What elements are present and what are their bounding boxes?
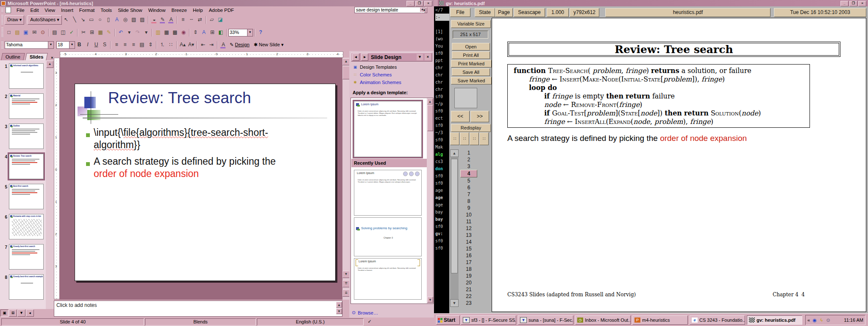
- taskbar-task-1[interactable]: ▼sf3 - [] - F-Secure SS...: [461, 315, 516, 325]
- thumbnail-slide[interactable]: Review: Tree search: [9, 154, 44, 179]
- underline-icon[interactable]: U: [92, 41, 100, 49]
- task-pane-close-icon[interactable]: ×: [425, 54, 431, 60]
- insert-table-icon[interactable]: ▦: [163, 29, 170, 37]
- insert-chart-icon[interactable]: ▥: [154, 29, 162, 37]
- scrollbar-thumb[interactable]: [451, 159, 458, 273]
- previous-slide-icon[interactable]: ⇈: [342, 280, 350, 287]
- toolbar-grip[interactable]: [1, 28, 3, 38]
- normal-view-button[interactable]: ▣: [0, 309, 8, 317]
- gv-page-number-15[interactable]: 15: [460, 245, 477, 252]
- slide[interactable]: Review: Tree search \input{\file{algorit…: [75, 84, 336, 281]
- task-pane-menu-icon[interactable]: ▼: [417, 54, 423, 60]
- powerpoint-titlebar[interactable]: Microsoft PowerPoint - [m4-heuristics] _…: [0, 0, 434, 6]
- taskbar-task-2[interactable]: ▼suna - [suna] - F-Sec...: [518, 315, 573, 325]
- template-recent-1[interactable]: Lorem Ipsum Dolor sit amet consectetuer …: [354, 170, 422, 216]
- thumbnail-slide[interactable]: Romania with step costs in km: [9, 214, 44, 239]
- new-document-icon[interactable]: □: [5, 29, 13, 37]
- select-arrow-icon[interactable]: ↖: [62, 16, 70, 24]
- show-formatting-icon[interactable]: A: [200, 29, 208, 37]
- zoom-combo[interactable]: 33%▼: [228, 29, 253, 37]
- gv-scale-button[interactable]: 1.000: [547, 8, 569, 17]
- line-icon[interactable]: ╲: [71, 16, 78, 24]
- slide-thumbnail-5[interactable]: 5Best-first search: [0, 184, 46, 211]
- picture-icon[interactable]: ▨: [139, 16, 146, 24]
- tables-borders-icon[interactable]: ▩: [171, 29, 179, 37]
- menu-file[interactable]: File: [14, 7, 28, 13]
- scroll-up-icon[interactable]: ▲: [450, 149, 459, 157]
- menu-view[interactable]: View: [42, 7, 58, 13]
- gv-redisplay-button[interactable]: Redisplay: [451, 124, 491, 132]
- tab-slides[interactable]: Slides: [25, 53, 48, 60]
- menu-slide-show[interactable]: Slide Show: [115, 7, 145, 13]
- tab-outline[interactable]: Outline: [1, 53, 25, 60]
- slideshow-view-button[interactable]: ▼: [17, 309, 25, 317]
- menu-breeze[interactable]: Breeze: [169, 7, 190, 13]
- gv-page-number-4[interactable]: 4: [460, 170, 477, 177]
- scroll-down-icon[interactable]: ▼: [336, 308, 342, 314]
- next-slide-icon[interactable]: ⇊: [342, 289, 350, 297]
- back-icon[interactable]: ◂: [352, 53, 359, 61]
- undo-dropdown-icon[interactable]: ▾: [125, 29, 133, 37]
- task-pane-item-color-schemes[interactable]: ∷Color Schemes: [353, 71, 392, 78]
- align-right-icon[interactable]: ≡: [130, 41, 137, 49]
- gv-save-marked-button[interactable]: Save Marked: [451, 77, 492, 84]
- text-box-icon[interactable]: ▯: [105, 16, 112, 24]
- gv-page-number-5[interactable]: 5: [460, 177, 477, 184]
- canvas-scrollbar[interactable]: ▲ ▼ ⇈ ⇊: [342, 58, 349, 300]
- minimize-button[interactable]: _: [840, 1, 849, 6]
- status-language[interactable]: English (U.S.): [257, 318, 364, 326]
- gv-page-locator[interactable]: [454, 88, 477, 108]
- bold-icon[interactable]: B: [75, 41, 83, 49]
- slide-bullet1-text[interactable]: \input{\file{algorithms}{tree-search-sho…: [94, 126, 331, 151]
- gv-state-button[interactable]: State: [475, 8, 495, 17]
- gv-page-number-14[interactable]: 14: [460, 239, 477, 245]
- lightning-tray-icon[interactable]: ϟ: [818, 317, 824, 323]
- slide-thumbnail-3[interactable]: 3Outline: [0, 124, 46, 151]
- 3d-style-icon[interactable]: ◪: [217, 16, 224, 24]
- menu-edit[interactable]: Edit: [28, 7, 42, 13]
- gv-print-marked-button[interactable]: Print Marked: [451, 60, 492, 67]
- gv-page-number-8[interactable]: 8: [460, 198, 477, 205]
- arrow-style-icon[interactable]: ⇄: [196, 16, 204, 24]
- spelling-icon[interactable]: ✓: [68, 29, 75, 37]
- gv-page-number-12[interactable]: 12: [460, 225, 477, 232]
- bullets-icon[interactable]: ∷: [167, 41, 175, 49]
- scroll-down-icon[interactable]: ▼: [450, 299, 459, 307]
- scrollbar-thumb[interactable]: [427, 105, 433, 131]
- scroll-up-icon[interactable]: ▲: [46, 61, 53, 68]
- menu-insert[interactable]: Insert: [58, 7, 76, 13]
- gv-page-number-7[interactable]: 7: [460, 191, 477, 198]
- slide-title-text[interactable]: Review: Tree search: [108, 89, 328, 107]
- line-color-icon[interactable]: ✎: [159, 16, 167, 24]
- thumbnail-slide[interactable]: Greedy best-first search example: [9, 274, 44, 300]
- gv-titlebar[interactable]: gv: heuristics.pdf _ ❐ ×: [438, 0, 868, 6]
- gv-page-number-16[interactable]: 16: [460, 252, 477, 259]
- menu-adobe-pdf[interactable]: Adobe PDF: [206, 7, 237, 13]
- scroll-left-icon[interactable]: ◂: [26, 309, 34, 317]
- text-shadow-icon[interactable]: S: [101, 41, 108, 49]
- xterm-window[interactable]: </7:- [1](woYousf0pptchrchrchrchrsf0~/ps…: [434, 6, 449, 313]
- gv-page-number-21[interactable]: 21: [460, 286, 477, 293]
- template-recent-2[interactable]: Solving problems by searching Chapter 3: [354, 217, 422, 256]
- gv-next-page-button[interactable]: >>: [470, 111, 489, 122]
- scroll-up-icon[interactable]: ▲: [427, 98, 433, 104]
- print-preview-icon[interactable]: ◫: [59, 29, 67, 37]
- wordart-icon[interactable]: A: [113, 16, 121, 24]
- menu-window[interactable]: Window: [145, 7, 169, 13]
- maximize-button[interactable]: ❐: [849, 1, 857, 6]
- gv-mark-toggle-2[interactable]: ∷: [460, 132, 469, 145]
- gv-page-number-23[interactable]: 23: [460, 300, 477, 306]
- gv-print-all-button[interactable]: Print All: [452, 51, 490, 59]
- new-slide-button[interactable]: ✱ New Slide ▾: [252, 41, 286, 49]
- expand-all-icon[interactable]: ⇕: [192, 29, 199, 37]
- cut-icon[interactable]: ✂: [80, 29, 87, 37]
- thumbnails-scrollbar[interactable]: ▲: [46, 60, 54, 309]
- toolbar-grip[interactable]: [1, 7, 3, 13]
- taskbar-task-5[interactable]: eCS 3243 - Foundatio...: [690, 315, 745, 325]
- fsecure-tray-icon[interactable]: ◉: [812, 317, 818, 323]
- gv-file-button[interactable]: File: [450, 8, 470, 17]
- thumbnail-slide[interactable]: Material: [9, 93, 44, 119]
- scrollbar-thumb[interactable]: [342, 66, 350, 79]
- save-icon[interactable]: ▣: [22, 29, 30, 37]
- clip-art-icon[interactable]: ▧: [130, 16, 138, 24]
